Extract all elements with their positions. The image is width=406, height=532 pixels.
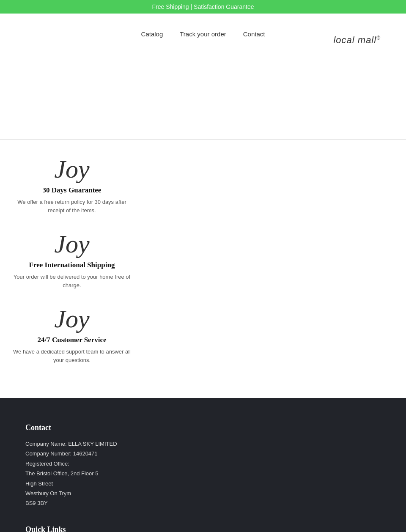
contact-details: Company Name: ELLA SKY LIMITED Company N… — [25, 439, 381, 508]
top-banner-text: Free Shipping | Satisfaction Guarantee — [152, 3, 254, 10]
support-title: 24/7 Customer Service — [8, 336, 135, 344]
contact-line-7: BS9 3BY — [25, 498, 381, 508]
nav-catalog[interactable]: Catalog — [141, 30, 163, 38]
brand-logo: local mall® — [333, 35, 381, 46]
contact-line-5: High Street — [25, 479, 381, 488]
feature-shipping: Joy Free International Shipping Your ord… — [8, 231, 135, 289]
top-banner: Free Shipping | Satisfaction Guarantee — [0, 0, 406, 14]
contact-line-4: The Bristol Office, 2nd Floor 5 — [25, 469, 381, 478]
shipping-title: Free International Shipping — [8, 261, 135, 269]
footer-quicklinks-section: Quick Links Privacy Policy Refund Policy… — [25, 525, 381, 532]
footer-contact-section: Contact Company Name: ELLA SKY LIMITED C… — [25, 423, 381, 508]
contact-line-6: Westbury On Trym — [25, 488, 381, 498]
features-section: Joy 30 Days Guarantee We offer a free re… — [0, 140, 144, 398]
feature-support: Joy 24/7 Customer Service We have a dedi… — [8, 306, 135, 364]
main-nav: Catalog Track your order Contact — [141, 30, 265, 38]
nav-track-order[interactable]: Track your order — [180, 30, 226, 38]
support-icon: Joy — [8, 306, 135, 332]
guarantee-desc: We offer a free return policy for 30 day… — [8, 198, 135, 214]
hero-area — [0, 46, 406, 139]
contact-line-1: Company Name: ELLA SKY LIMITED — [25, 439, 381, 449]
feature-guarantee: Joy 30 Days Guarantee We offer a free re… — [8, 156, 135, 214]
nav-contact[interactable]: Contact — [243, 30, 265, 38]
contact-line-2: Company Number: 14620471 — [25, 449, 381, 458]
support-desc: We have a dedicated support team to answ… — [8, 348, 135, 364]
guarantee-title: 30 Days Guarantee — [8, 186, 135, 195]
contact-line-3: Registered Office: — [25, 459, 381, 469]
shipping-icon: Joy — [8, 231, 135, 257]
footer: Contact Company Name: ELLA SKY LIMITED C… — [0, 398, 406, 532]
quicklinks-heading: Quick Links — [25, 525, 381, 532]
guarantee-icon: Joy — [8, 156, 135, 182]
shipping-desc: Your order will be delivered to your hom… — [8, 273, 135, 289]
contact-heading: Contact — [25, 423, 381, 432]
header: Catalog Track your order Contact local m… — [0, 14, 406, 46]
